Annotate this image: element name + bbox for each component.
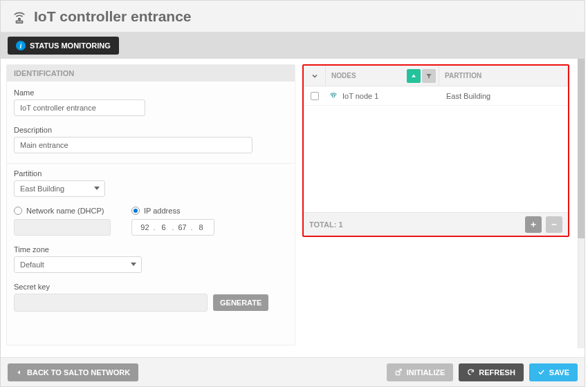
description-input[interactable] [14,137,252,153]
ip-address-input[interactable]: 92 . 6 . 67 . 8 [131,219,214,236]
row-checkbox[interactable] [311,92,319,100]
save-button[interactable]: SAVE [529,363,578,381]
column-header-partition[interactable]: PARTITION [439,66,568,86]
total-label: TOTAL: 1 [309,220,343,229]
divider [7,163,295,164]
column-header-nodes[interactable]: NODES [326,66,439,86]
network-name-label: Network name (DHCP) [26,207,104,215]
name-input[interactable] [14,99,145,116]
expand-collapse-toggle[interactable] [304,66,326,86]
table-row[interactable]: IoT node 1 East Building [304,86,568,106]
refresh-button[interactable]: REFRESH [459,363,524,381]
radio-unchecked-icon [14,207,22,215]
page-title: IoT controller entrance [34,8,192,25]
node-name-cell: IoT node 1 [342,92,378,100]
svg-marker-3 [426,74,432,78]
status-monitoring-label: STATUS MONITORING [30,41,111,50]
identification-panel: IDENTIFICATION Name Description Partitio… [6,64,295,345]
iot-node-icon [329,91,338,101]
nodes-table-footer: TOTAL: 1 [304,212,568,236]
svg-point-0 [19,18,21,20]
ip-octet-1[interactable]: 92 [138,223,151,231]
save-label: SAVE [549,368,569,377]
svg-marker-2 [412,75,416,77]
sort-ascending-icon[interactable] [407,69,421,83]
ip-octet-3[interactable]: 67 [176,223,190,231]
svg-rect-1 [16,21,22,23]
ip-address-radio[interactable]: IP address [131,207,214,215]
scrollbar-thumb[interactable] [578,59,585,238]
timezone-label: Time zone [14,245,288,254]
initialize-label: INITIALIZE [407,368,445,377]
back-button-label: BACK TO SALTO NETWORK [27,368,130,377]
scrollbar-track[interactable] [578,59,585,348]
secret-key-label: Secret key [14,283,288,291]
bottom-action-bar: BACK TO SALTO NETWORK INITIALIZE REFRESH… [1,357,585,386]
node-partition-cell: East Building [439,92,568,100]
network-name-input-disabled [14,219,111,236]
svg-marker-8 [18,370,20,374]
back-button[interactable]: BACK TO SALTO NETWORK [8,363,138,381]
status-monitoring-tab[interactable]: i STATUS MONITORING [8,37,119,55]
radio-checked-icon [131,207,140,215]
ip-address-label: IP address [144,207,180,215]
title-bar: IoT controller entrance [1,1,585,32]
tabs-bar: i STATUS MONITORING [1,32,585,59]
remove-node-button[interactable] [546,216,562,233]
partition-select[interactable]: East Building [14,180,105,197]
info-icon: i [16,41,26,50]
ip-octet-4[interactable]: 8 [194,223,208,231]
generate-button[interactable]: GENERATE [213,294,268,311]
add-node-button[interactable] [525,216,542,233]
identification-section-header: IDENTIFICATION [7,65,295,82]
iot-controller-icon [12,9,27,24]
svg-point-4 [332,95,335,97]
body-area: IDENTIFICATION Name Description Partitio… [1,59,585,348]
secret-key-input[interactable] [14,294,208,312]
partition-label: Partition [14,169,288,178]
nodes-panel: NODES PARTITION [302,64,569,237]
network-name-radio[interactable]: Network name (DHCP) [14,207,111,215]
ip-octet-2[interactable]: 6 [156,223,170,231]
nodes-table-header: NODES PARTITION [304,66,568,86]
nodes-table-body: IoT node 1 East Building [304,86,568,212]
timezone-select[interactable]: Default [14,256,142,273]
refresh-label: REFRESH [479,368,515,377]
partition-column-label: PARTITION [445,72,481,79]
name-label: Name [14,88,288,97]
filter-icon[interactable] [422,69,436,83]
total-count: 1 [338,220,342,229]
page-frame: IoT controller entrance i STATUS MONITOR… [0,0,585,387]
initialize-button[interactable]: INITIALIZE [387,363,454,381]
nodes-column-label: NODES [331,72,356,79]
identification-form: Name Description Partition East Building [7,82,295,324]
description-label: Description [14,126,288,134]
